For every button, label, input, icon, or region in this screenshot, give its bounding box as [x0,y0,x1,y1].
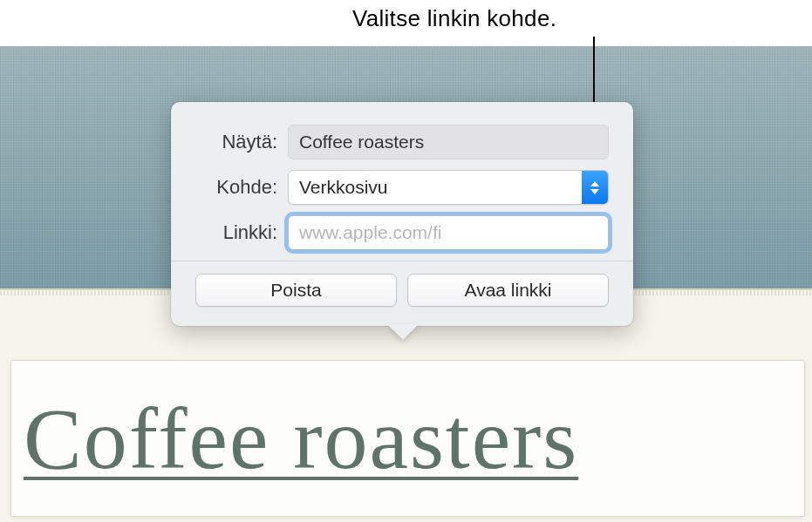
open-link-button[interactable]: Avaa linkki [407,274,609,307]
display-label: Näytä: [195,131,288,153]
popover-divider [171,261,633,261]
updown-arrows-icon [582,171,608,204]
display-text-value: Coffee roasters [299,132,424,153]
document-text-block[interactable]: Coffee roasters [10,360,805,517]
display-row: Näytä: Coffee roasters [195,125,609,159]
display-text-input[interactable]: Coffee roasters [288,125,609,159]
target-label: Kohde: [195,176,288,199]
link-url-placeholder: www.apple.com/fi [299,222,441,243]
link-editor-popover: Näytä: Coffee roasters Kohde: Verkkosivu… [171,102,633,326]
target-dropdown[interactable]: Verkkosivu [288,170,609,205]
hyperlink-text[interactable]: Coffee roasters [24,389,578,489]
remove-button[interactable]: Poista [195,274,397,307]
callout-label: Valitse linkin kohde. [352,5,556,32]
link-label: Linkki: [195,221,288,244]
link-row: Linkki: www.apple.com/fi [195,215,609,250]
target-row: Kohde: Verkkosivu [195,170,609,205]
popover-button-row: Poista Avaa linkki [195,274,609,307]
link-url-input[interactable]: www.apple.com/fi [288,215,609,250]
target-dropdown-value: Verkkosivu [299,177,388,198]
